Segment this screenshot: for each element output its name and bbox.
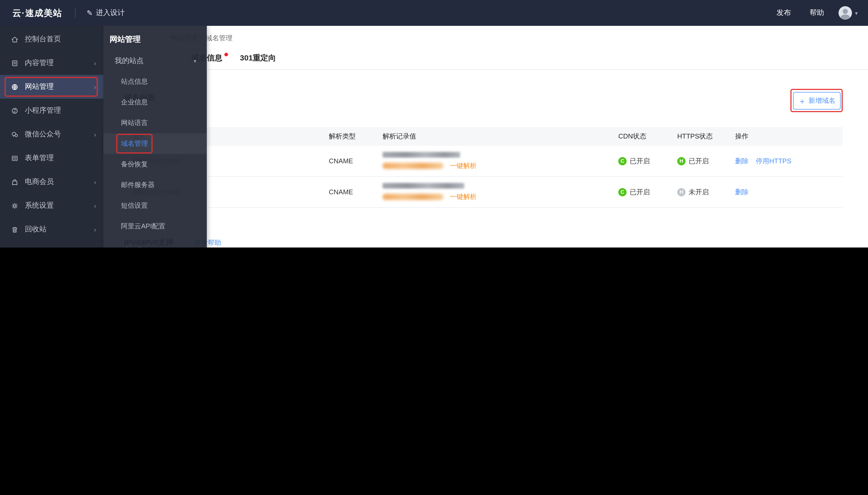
plus-icon: ＋	[798, 97, 806, 105]
resolve-type: CNAME	[320, 157, 374, 165]
col-actions: 操作	[727, 132, 843, 141]
delete-domain-link[interactable]: 删除	[735, 156, 749, 166]
content-icon	[10, 59, 19, 67]
flyout-item-mail-server[interactable]: 邮件服务器	[103, 175, 207, 195]
table-row: CNAME 一键解析 C 已开启 H 已开启	[124, 146, 843, 177]
chevron-down-icon[interactable]: ▾	[855, 10, 858, 16]
flyout-group-site-operation[interactable]: 网站运营 ▾	[103, 241, 207, 248]
https-on-icon: H	[677, 157, 685, 165]
flyout-item-site-language[interactable]: 网站语言	[103, 113, 207, 133]
app-window: 云·速成美站 ✎ 进入设计 发布 帮助 ▾ 控制台首页 内容管理 ›	[0, 0, 868, 248]
cdn-status-text: 已开启	[630, 187, 650, 197]
sidebar-item-miniapp[interactable]: 小程序管理	[0, 99, 103, 122]
cdn-status-text: 已开启	[630, 156, 650, 166]
chevron-right-icon: ›	[94, 131, 96, 138]
sidebar-item-console-home[interactable]: 控制台首页	[0, 28, 103, 51]
https-status-text: 已开启	[689, 156, 709, 166]
disable-https-link[interactable]: 停用HTTPS	[756, 156, 791, 166]
notification-dot	[224, 52, 228, 56]
redacted-record-value	[383, 193, 444, 200]
main-content: 网站管理/域名管理 域名信息 301重定向 域名列表 ＋ 新增域名 域名 解析类…	[103, 26, 868, 248]
avatar[interactable]	[838, 6, 852, 20]
col-record-value: 解析记录值	[374, 132, 610, 141]
redacted-record-value	[383, 183, 464, 188]
sidebar-item-settings[interactable]: 系统设置 ›	[0, 194, 103, 218]
one-click-resolve-link[interactable]: 一键解析	[450, 161, 477, 170]
enter-design-button[interactable]: ✎ 进入设计	[75, 8, 136, 18]
miniapp-icon	[10, 106, 19, 115]
flyout-item-sms-settings[interactable]: 短信设置	[103, 195, 207, 216]
domain-table-header: 域名 解析类型 解析记录值 CDN状态 HTTPS状态 操作	[124, 127, 843, 146]
chevron-right-icon: ›	[94, 59, 96, 67]
sidebar-item-forms[interactable]: 表单管理	[0, 146, 103, 170]
publish-button[interactable]: 发布	[767, 8, 800, 18]
cdn-on-icon: C	[618, 188, 627, 196]
flyout-group-my-site[interactable]: 我的站点 ▾	[103, 51, 207, 71]
redacted-record-value	[383, 163, 444, 169]
sidebar-item-content[interactable]: 内容管理 ›	[0, 51, 103, 75]
website-management-flyout: 网站管理 我的站点 ▾ 站点信息 企业信息 网站语言 域名管理 备份恢复 邮件服…	[103, 26, 207, 248]
tabs-row: 域名信息 301重定向	[103, 47, 868, 70]
flyout-item-aliyun-api[interactable]: 阿里云API配置	[103, 216, 207, 237]
flyout-item-domain-management[interactable]: 域名管理	[103, 133, 207, 154]
col-resolve-type: 解析类型	[320, 132, 374, 141]
delete-domain-link[interactable]: 删除	[735, 187, 749, 197]
sidebar-item-recycle[interactable]: 回收站 ›	[0, 218, 103, 241]
breadcrumb-item: 域名管理	[205, 34, 232, 42]
chevron-right-icon: ›	[94, 178, 96, 186]
redacted-record-value	[383, 152, 460, 157]
pencil-icon: ✎	[87, 9, 93, 17]
sidebar-item-wechat[interactable]: 微信公众号 ›	[0, 122, 103, 146]
shop-icon	[10, 178, 19, 186]
sidebar-item-website[interactable]: 网站管理 ›	[0, 75, 103, 99]
resolve-type: CNAME	[320, 188, 374, 196]
home-icon	[10, 35, 19, 44]
trash-icon	[10, 225, 19, 234]
enter-design-label: 进入设计	[96, 8, 125, 18]
one-click-resolve-link[interactable]: 一键解析	[450, 192, 477, 201]
https-off-icon: H	[677, 188, 685, 196]
col-https-status: HTTPS状态	[669, 132, 727, 141]
settings-icon	[10, 202, 19, 210]
cdn-on-icon: C	[618, 157, 627, 165]
sidebar-item-ecommerce[interactable]: 电商会员 ›	[0, 170, 103, 194]
flyout-item-company-info[interactable]: 企业信息	[103, 92, 207, 113]
flyout-title: 网站管理	[103, 32, 207, 47]
https-status-text: 未开启	[689, 187, 709, 197]
chevron-down-icon: ▾	[194, 57, 197, 64]
col-cdn-status: CDN状态	[610, 132, 669, 141]
site-icon	[10, 83, 19, 91]
flyout-item-backup-restore[interactable]: 备份恢复	[103, 154, 207, 175]
wechat-icon	[10, 130, 19, 138]
table-row: CNAME 一键解析 C 已开启 H 未开启	[124, 177, 843, 208]
chevron-right-icon: ›	[94, 225, 96, 233]
app-logo: 云·速成美站	[0, 7, 75, 19]
add-domain-button[interactable]: ＋ 新增域名	[793, 92, 840, 109]
help-button[interactable]: 帮助	[800, 8, 833, 18]
account-menu[interactable]: ▾	[833, 6, 868, 20]
chevron-right-icon: ›	[94, 83, 96, 91]
tab-301-redirect[interactable]: 301重定向	[240, 53, 276, 63]
domain-table: 域名 解析类型 解析记录值 CDN状态 HTTPS状态 操作 CNAME 一键解…	[124, 127, 843, 208]
form-icon	[10, 154, 19, 162]
flyout-item-site-info[interactable]: 站点信息	[103, 71, 207, 92]
topbar: 云·速成美站 ✎ 进入设计 发布 帮助 ▾	[0, 0, 868, 26]
sidebar: 控制台首页 内容管理 › 网站管理 › 小程序管理 微信公众号 ›	[0, 26, 103, 248]
chevron-right-icon: ›	[94, 202, 96, 209]
